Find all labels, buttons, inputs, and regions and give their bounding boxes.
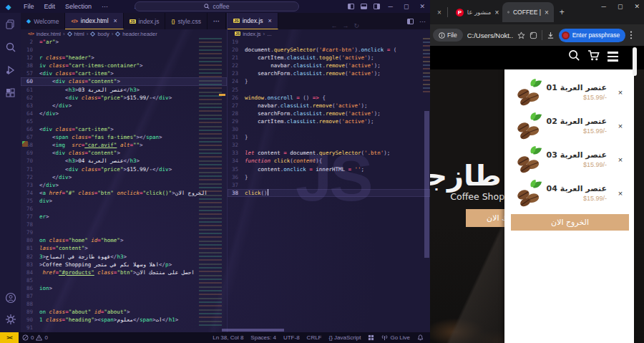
code-line[interactable]: 78 (21, 221, 227, 228)
code-line[interactable]: 62 <div class="price">$15.99/-</div> (21, 94, 227, 102)
menu-overflow[interactable]: ··· (97, 0, 113, 13)
tab-coffee-active[interactable]: COFFEE | × (502, 2, 554, 22)
breadcrumb-item[interactable]: header.header (122, 31, 157, 37)
code-line[interactable]: 70 <h3>عنصر العربة 04</h3> (21, 157, 227, 165)
site-search-icon[interactable] (568, 49, 580, 62)
code-line[interactable]: 38iv class="cart-items-container"> (21, 62, 227, 69)
new-tab-button[interactable]: + (560, 7, 565, 17)
toggle-panel-icon[interactable] (361, 4, 367, 9)
code-line[interactable]: 75div> (21, 197, 227, 205)
cursor-position[interactable]: Ln 38, Col 8 (209, 334, 247, 341)
minimap[interactable] (423, 38, 430, 95)
horizontal-scrollbar[interactable] (222, 329, 284, 332)
copilot-icon[interactable] (348, 4, 354, 9)
breadcrumb-item[interactable]: index.html (36, 31, 61, 37)
code-line[interactable]: 27 navbar.classList.remove('active'); (228, 102, 430, 110)
code-line[interactable]: 79 (21, 228, 227, 236)
partial-tab-close-icon[interactable]: × (434, 9, 444, 16)
remove-item-icon[interactable]: × (613, 122, 628, 130)
code-line[interactable]: 91 (21, 324, 227, 332)
code-line[interactable]: 73</div> (21, 181, 227, 189)
minimize-button[interactable]: ─ (386, 3, 395, 10)
remote-indicator[interactable]: >< (0, 332, 19, 343)
split-editor-icon[interactable] (407, 19, 414, 24)
checkout-button[interactable]: الخروج الان (511, 214, 629, 231)
eol-sequence[interactable]: CRLF (303, 334, 326, 341)
code-line[interactable]: 25 (228, 86, 430, 94)
remove-item-icon[interactable]: × (613, 155, 628, 164)
code-line[interactable]: 77er> (21, 213, 227, 221)
browser-menu-kebab-icon[interactable] (630, 31, 633, 39)
code-line[interactable]: 86ion> (21, 284, 227, 292)
editor-tab-style-css[interactable]: {}style.css (165, 13, 208, 29)
enter-passphrase-button[interactable]: Enter passphrase (559, 29, 626, 42)
tab-pinterest[interactable]: P منشور عا × (451, 3, 502, 21)
code-line[interactable]: 65 (21, 117, 227, 125)
code-line[interactable]: 69 <div class="content"> (21, 149, 227, 157)
code-line[interactable]: 81lass="content"> (21, 244, 227, 252)
extensions-icon[interactable] (530, 32, 537, 39)
code-line[interactable]: 88 (21, 300, 227, 308)
code-line[interactable]: 68 <img src="car.avif" alt=""> (21, 141, 227, 149)
close-tab-icon[interactable]: × (114, 17, 117, 24)
code-line[interactable]: 20document.querySelector('#cart-btn').on… (228, 46, 430, 54)
code-line[interactable]: 30 (228, 125, 430, 133)
editor-tab-index-html[interactable]: </>index.html× (65, 13, 123, 29)
address-bar-url[interactable]: C:/Users/Nokt... (467, 32, 513, 39)
code-line[interactable]: 61 <h3>عنصر العربة 03</h3> (21, 86, 227, 94)
language-mode[interactable]: {} JavaScript (326, 334, 365, 341)
code-line[interactable]: 89on class="about" id="about"> (21, 308, 227, 316)
code-line[interactable]: 85 (21, 276, 227, 284)
code-line[interactable]: 23 searchForm.classList.remove('active')… (228, 69, 430, 77)
code-line[interactable]: 901 class="heading"><span>معلوم</span>ات… (21, 316, 227, 324)
code-line[interactable]: 71 <div class="price">$15.99/-</div> (21, 165, 227, 173)
remove-item-icon[interactable]: × (613, 88, 628, 97)
code-line[interactable]: 83>Coffee Shopping اهلا وسهلا بكم في متج… (21, 261, 227, 269)
code-line[interactable]: 823>قهوة طازجة في الصباح</h3> (21, 253, 227, 261)
breadcrumb-item[interactable]: ... (267, 31, 271, 37)
code-line[interactable]: 22 navbar.classList.remove('active'); (228, 62, 430, 69)
notifications-bell-icon[interactable] (414, 334, 427, 341)
search-icon[interactable] (5, 42, 16, 53)
code-line[interactable]: 2="ar"> (21, 38, 227, 46)
code-line[interactable]: 57<div class="cart-item"> (21, 69, 227, 77)
close-tab-icon[interactable]: × (494, 9, 499, 16)
close-tab-icon[interactable]: × (545, 9, 549, 16)
code-editor-html[interactable]: 2="ar">1012r class="header">38iv class="… (21, 38, 227, 332)
code-line[interactable]: 26window.onscroll = () => { (228, 94, 430, 102)
vertical-scrollbar[interactable] (424, 111, 429, 258)
editor-tab-index-js[interactable]: JSindex.js× (228, 13, 278, 29)
toggle-secondary-sidebar-icon[interactable] (374, 4, 380, 9)
site-cart-icon[interactable] (587, 49, 600, 62)
preview-grid-icon[interactable] (364, 334, 378, 341)
code-line[interactable]: 60 <div class="content"> (21, 77, 227, 85)
code-line[interactable]: 74<a href="#" class="btn" onclick="click… (21, 189, 227, 197)
code-line[interactable]: 10 (21, 46, 227, 54)
code-line[interactable]: 64</div> (21, 110, 227, 117)
breadcrumb-item[interactable]: index.js (243, 31, 260, 37)
code-line[interactable]: 72 </div> (21, 173, 227, 181)
code-line[interactable]: 19 (228, 38, 430, 46)
extensions-icon[interactable] (5, 87, 16, 99)
site-menu-burger-icon[interactable] (608, 49, 618, 62)
account-icon[interactable] (5, 292, 16, 304)
code-line[interactable]: 63 </div> (21, 102, 227, 110)
page-scrollbar[interactable] (633, 47, 637, 76)
settings-gear-icon[interactable] (5, 314, 16, 325)
editor-tab-Welcome[interactable]: ◆Welcome (21, 13, 65, 29)
run-debug-icon[interactable] (5, 64, 16, 76)
file-scheme-chip[interactable]: File (433, 29, 463, 42)
restore-button[interactable]: ◻ (401, 3, 411, 10)
editor-tab-index-js[interactable]: JSindex.js (124, 13, 166, 29)
breadcrumb-item[interactable]: html (74, 31, 84, 37)
code-line[interactable]: 76 (21, 205, 227, 213)
code-line[interactable]: 21 cartItem.classList.toggle('active'); (228, 54, 430, 62)
explorer-icon[interactable] (5, 19, 16, 30)
code-line[interactable]: 12r class="header"> (21, 54, 227, 62)
editor-tab--[interactable]: ··· (208, 13, 226, 29)
code-line[interactable]: 66<div class="cart-item"> (21, 125, 227, 133)
code-line[interactable]: 29 cartItem.classList.remove('active'); (228, 117, 430, 125)
problems-indicator[interactable]: 0 0 (19, 334, 52, 341)
code-line[interactable]: 24} (228, 77, 430, 85)
minimap[interactable] (199, 38, 222, 328)
